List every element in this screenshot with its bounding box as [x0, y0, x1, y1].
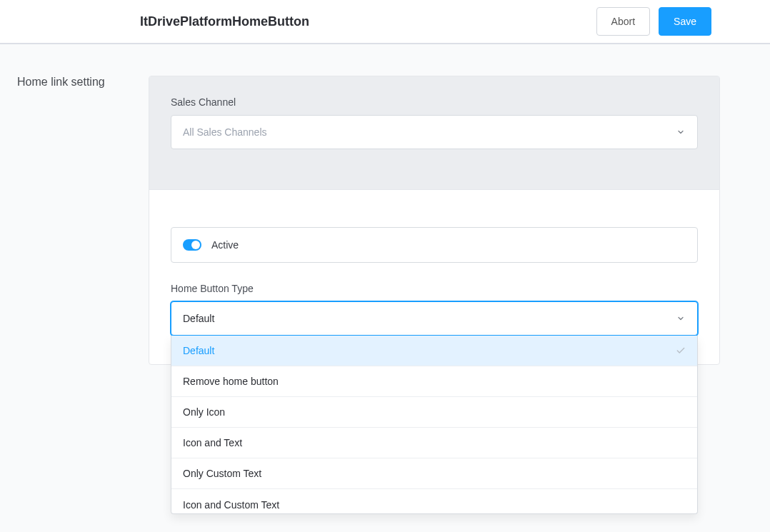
button-type-label: Home Button Type: [171, 283, 698, 294]
chevron-down-icon: [676, 127, 686, 137]
button-type-value: Default: [183, 313, 214, 324]
sidebar: Home link setting: [17, 76, 131, 365]
save-button[interactable]: Save: [659, 7, 711, 36]
active-toggle[interactable]: [183, 239, 201, 251]
dropdown-option[interactable]: Only Icon: [171, 397, 697, 428]
dropdown-option-label: Remove home button: [183, 376, 279, 387]
dropdown-option-label: Icon and Custom Text: [183, 499, 279, 511]
page-header: ItDrivePlatformHomeButton Abort Save: [0, 0, 770, 44]
button-type-dropdown: DefaultRemove home buttonOnly IconIcon a…: [171, 336, 698, 514]
sales-channel-placeholder: All Sales Channels: [183, 126, 267, 138]
dropdown-option-label: Default: [183, 345, 214, 356]
dropdown-option[interactable]: Default: [171, 336, 697, 366]
dropdown-option-label: Only Custom Text: [183, 468, 261, 479]
check-icon: [676, 346, 686, 356]
active-toggle-row: Active: [171, 227, 698, 263]
active-toggle-label: Active: [211, 239, 239, 251]
dropdown-option[interactable]: Icon and Custom Text: [171, 489, 697, 514]
dropdown-option[interactable]: Icon and Text: [171, 428, 697, 458]
sidebar-section-title: Home link setting: [17, 76, 131, 89]
sales-channel-label: Sales Channel: [171, 96, 698, 108]
sales-channel-select[interactable]: All Sales Channels: [171, 115, 698, 149]
dropdown-option-label: Icon and Text: [183, 437, 242, 448]
dropdown-option[interactable]: Remove home button: [171, 366, 697, 397]
button-type-select[interactable]: Default: [171, 301, 698, 336]
chevron-down-icon: [676, 313, 686, 323]
page-title: ItDrivePlatformHomeButton: [140, 14, 596, 29]
settings-card: Sales Channel All Sales Channels Active: [149, 76, 720, 365]
dropdown-option-label: Only Icon: [183, 406, 225, 418]
dropdown-option[interactable]: Only Custom Text: [171, 458, 697, 489]
abort-button[interactable]: Abort: [596, 7, 650, 36]
